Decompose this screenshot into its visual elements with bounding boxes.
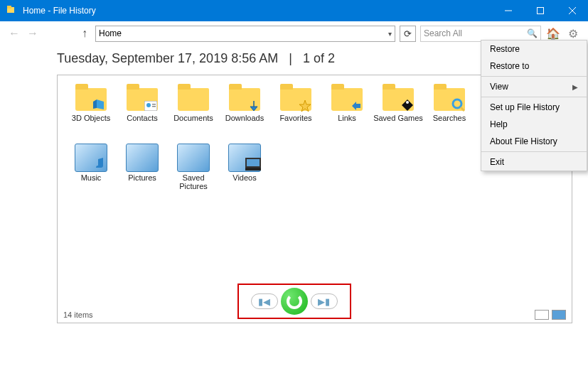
folder-item[interactable]: Saved Pictures bbox=[169, 144, 218, 202]
back-button[interactable]: ← bbox=[7, 26, 21, 41]
chevron-down-icon[interactable]: ▾ bbox=[388, 30, 392, 38]
svg-marker-13 bbox=[299, 100, 311, 112]
folder-icon bbox=[75, 84, 107, 112]
refresh-button[interactable]: ⟳ bbox=[400, 26, 416, 42]
menu-exit[interactable]: Exit bbox=[481, 153, 587, 171]
item-label: Saved Games bbox=[373, 114, 423, 122]
menu-separator bbox=[481, 76, 587, 77]
folder-item[interactable]: Documents bbox=[169, 84, 218, 142]
close-button[interactable] bbox=[556, 0, 588, 21]
forward-button[interactable]: → bbox=[26, 26, 40, 41]
minimize-button[interactable] bbox=[492, 0, 524, 21]
view-icons-button[interactable] bbox=[552, 310, 566, 320]
menu-separator bbox=[481, 151, 587, 152]
menu-about[interactable]: About File History bbox=[481, 133, 587, 150]
item-label: Music bbox=[81, 173, 102, 182]
item-label: Links bbox=[338, 114, 356, 122]
gear-icon[interactable]: ⚙ bbox=[565, 26, 581, 41]
restore-button[interactable] bbox=[281, 288, 308, 315]
previous-version-button[interactable]: ▮◀ bbox=[251, 293, 278, 309]
folder-icon bbox=[382, 84, 415, 112]
menu-view[interactable]: View▶ bbox=[481, 78, 587, 95]
folder-icon bbox=[433, 84, 466, 112]
folder-item[interactable]: Downloads bbox=[220, 84, 269, 142]
item-label: Favorites bbox=[279, 114, 311, 122]
folder-icon bbox=[126, 84, 159, 112]
folder-item[interactable]: Links bbox=[322, 84, 372, 142]
version-timestamp: Tuesday, September 17, 2019 8:56 AM bbox=[57, 51, 278, 65]
svg-marker-7 bbox=[93, 99, 97, 109]
svg-rect-1 bbox=[7, 6, 11, 9]
folder-item[interactable]: Contacts bbox=[117, 84, 167, 142]
folder-item[interactable]: Music bbox=[66, 144, 116, 202]
folder-icon bbox=[177, 144, 210, 172]
item-label: Pictures bbox=[128, 173, 156, 182]
svg-point-16 bbox=[406, 101, 409, 104]
chevron-right-icon: ▶ bbox=[572, 83, 578, 91]
maximize-button[interactable] bbox=[524, 0, 556, 21]
menu-help[interactable]: Help bbox=[481, 116, 587, 133]
item-label: Videos bbox=[232, 173, 256, 182]
search-icon: 🔍 bbox=[527, 28, 538, 38]
menu-restore-to[interactable]: Restore to bbox=[481, 58, 587, 75]
folder-item[interactable]: Videos bbox=[220, 144, 269, 202]
svg-line-18 bbox=[461, 107, 464, 111]
menu-setup[interactable]: Set up File History bbox=[481, 99, 587, 116]
svg-rect-21 bbox=[245, 168, 261, 171]
page-indicator: 1 of 2 bbox=[303, 51, 335, 65]
svg-rect-20 bbox=[247, 159, 260, 166]
svg-marker-14 bbox=[352, 102, 360, 110]
item-label: Contacts bbox=[127, 114, 157, 122]
svg-marker-6 bbox=[97, 99, 104, 109]
folder-icon bbox=[126, 144, 159, 172]
titlebar: Home - File History bbox=[0, 0, 588, 21]
item-count: 14 items bbox=[63, 311, 93, 319]
search-placeholder: Search All bbox=[424, 28, 462, 38]
item-label: 3D Objects bbox=[72, 114, 110, 122]
svg-point-17 bbox=[453, 99, 461, 108]
svg-rect-11 bbox=[152, 106, 156, 107]
next-version-button[interactable]: ▶▮ bbox=[311, 293, 338, 309]
folder-icon bbox=[228, 144, 261, 172]
folder-icon bbox=[75, 144, 107, 172]
folder-icon bbox=[331, 84, 363, 112]
folder-item[interactable]: Favorites bbox=[271, 84, 321, 142]
menu-restore[interactable]: Restore bbox=[481, 41, 587, 58]
item-label: Documents bbox=[173, 114, 213, 122]
item-label: Downloads bbox=[225, 114, 264, 122]
folder-icon bbox=[177, 84, 210, 112]
view-details-button[interactable] bbox=[535, 310, 549, 320]
app-icon bbox=[6, 4, 17, 18]
svg-point-9 bbox=[146, 103, 151, 107]
menu-separator bbox=[481, 97, 587, 97]
address-bar[interactable]: Home ▾ bbox=[95, 26, 395, 42]
window-title: Home - File History bbox=[23, 6, 492, 16]
folder-icon bbox=[228, 84, 261, 112]
svg-marker-12 bbox=[250, 101, 257, 111]
home-icon[interactable]: 🏠 bbox=[545, 26, 561, 41]
folder-item[interactable]: Saved Games bbox=[373, 84, 423, 142]
folder-item[interactable]: Searches bbox=[424, 84, 474, 142]
version-controls: ▮◀ ▶▮ bbox=[237, 284, 351, 319]
item-label: Searches bbox=[433, 114, 466, 122]
folder-item[interactable]: Pictures bbox=[117, 144, 167, 202]
svg-rect-10 bbox=[152, 104, 156, 105]
folder-item[interactable]: 3D Objects bbox=[66, 84, 116, 142]
up-button[interactable]: ↑ bbox=[78, 27, 91, 40]
item-label: Saved Pictures bbox=[169, 173, 218, 190]
address-text: Home bbox=[99, 28, 122, 38]
folder-icon bbox=[279, 84, 312, 112]
settings-menu: Restore Restore to View▶ Set up File His… bbox=[481, 40, 587, 171]
svg-rect-3 bbox=[537, 8, 543, 14]
